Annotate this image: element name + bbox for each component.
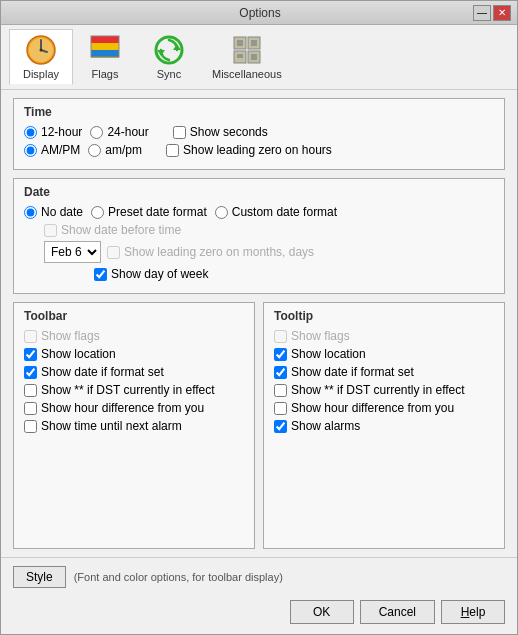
toolbar-show-next-alarm-check[interactable] [24, 420, 37, 433]
time-ampm-row: AM/PM am/pm Show leading zero on hours [24, 143, 494, 157]
show-before-time-check[interactable] [44, 224, 57, 237]
hour-12-radio[interactable] [24, 126, 37, 139]
tooltip-show-location-check[interactable] [274, 348, 287, 361]
ampm-lower-radio[interactable] [88, 144, 101, 157]
tab-display-label: Display [23, 68, 59, 80]
custom-date-label[interactable]: Custom date format [215, 205, 337, 219]
toolbar-show-dst-check[interactable] [24, 384, 37, 397]
cancel-button[interactable]: Cancel [360, 600, 435, 624]
toolbar-show-flags-check[interactable] [24, 330, 37, 343]
date-section: Date No date Preset date format Custom d… [13, 178, 505, 294]
tooltip-show-date-row: Show date if format set [274, 365, 494, 379]
style-hint: (Font and color options, for toolbar dis… [74, 571, 505, 583]
tooltip-show-flags-row: Show flags [274, 329, 494, 343]
tooltip-show-hour-diff-row: Show hour difference from you [274, 401, 494, 415]
show-before-time-label[interactable]: Show date before time [44, 223, 181, 237]
tooltip-show-dst-label[interactable]: Show ** if DST currently in effect [274, 383, 465, 397]
show-seconds-label[interactable]: Show seconds [173, 125, 268, 139]
tooltip-show-location-label[interactable]: Show location [274, 347, 366, 361]
toolbar-section: Toolbar Show flags Show location [13, 302, 255, 549]
leading-zero-months-label[interactable]: Show leading zero on months, days [107, 245, 314, 259]
date-dropdown[interactable]: Feb 6 [44, 241, 101, 263]
tooltip-show-flags-check[interactable] [274, 330, 287, 343]
show-before-time-row: Show date before time [44, 223, 494, 237]
tooltip-show-hour-diff-check[interactable] [274, 402, 287, 415]
window-title: Options [47, 6, 473, 20]
tooltip-show-dst-row: Show ** if DST currently in effect [274, 383, 494, 397]
tooltip-section-title: Tooltip [274, 309, 494, 323]
show-day-of-week-check[interactable] [94, 268, 107, 281]
tab-flags[interactable]: Flags [73, 29, 137, 85]
hour-24-radio[interactable] [90, 126, 103, 139]
svg-rect-9 [91, 50, 119, 57]
toolbar-show-date-label[interactable]: Show date if format set [24, 365, 164, 379]
tooltip-show-date-check[interactable] [274, 366, 287, 379]
main-content: Time 12-hour 24-hour Show seconds [1, 90, 517, 557]
time-hour-row: 12-hour 24-hour Show seconds [24, 125, 494, 139]
preset-date-label[interactable]: Preset date format [91, 205, 207, 219]
tooltip-show-flags-label[interactable]: Show flags [274, 329, 350, 343]
preset-date-radio[interactable] [91, 206, 104, 219]
toolbar-show-dst-row: Show ** if DST currently in effect [24, 383, 244, 397]
show-day-of-week-label[interactable]: Show day of week [94, 267, 208, 281]
tooltip-show-dst-check[interactable] [274, 384, 287, 397]
ampm-lower-label[interactable]: am/pm [88, 143, 142, 157]
show-seconds-check[interactable] [173, 126, 186, 139]
leading-zero-months-check[interactable] [107, 246, 120, 259]
ampm-upper-label[interactable]: AM/PM [24, 143, 80, 157]
tab-sync[interactable]: Sync [137, 29, 201, 85]
toolbar-show-location-row: Show location [24, 347, 244, 361]
misc-icon [231, 34, 263, 66]
time-section-title: Time [24, 105, 494, 119]
ampm-upper-radio[interactable] [24, 144, 37, 157]
show-day-of-week-row: Show day of week [94, 267, 494, 281]
tooltip-show-hour-diff-label[interactable]: Show hour difference from you [274, 401, 454, 415]
no-date-label[interactable]: No date [24, 205, 83, 219]
toolbar-show-hour-diff-row: Show hour difference from you [24, 401, 244, 415]
no-date-radio[interactable] [24, 206, 37, 219]
close-button[interactable]: ✕ [493, 5, 511, 21]
tooltip-show-alarms-check[interactable] [274, 420, 287, 433]
svg-point-4 [40, 49, 43, 52]
toolbar-tooltip-sections: Toolbar Show flags Show location [13, 302, 505, 549]
hour-12-label[interactable]: 12-hour [24, 125, 82, 139]
toolbar-show-next-alarm-row: Show time until next alarm [24, 419, 244, 433]
show-leading-zero-label[interactable]: Show leading zero on hours [166, 143, 332, 157]
minimize-button[interactable]: — [473, 5, 491, 21]
toolbar-show-flags-label[interactable]: Show flags [24, 329, 100, 343]
toolbar-show-hour-diff-check[interactable] [24, 402, 37, 415]
tab-display[interactable]: Display [9, 29, 73, 85]
tab-toolbar: Display Flags Sync [1, 25, 517, 90]
ok-button[interactable]: OK [290, 600, 354, 624]
toolbar-show-date-row: Show date if format set [24, 365, 244, 379]
hour-24-label[interactable]: 24-hour [90, 125, 148, 139]
tooltip-show-alarms-row: Show alarms [274, 419, 494, 433]
toolbar-show-dst-label[interactable]: Show ** if DST currently in effect [24, 383, 215, 397]
tab-misc[interactable]: Miscellaneous [201, 29, 293, 85]
tab-flags-label: Flags [92, 68, 119, 80]
svg-rect-7 [91, 36, 119, 43]
tab-misc-label: Miscellaneous [212, 68, 282, 80]
tooltip-show-date-label[interactable]: Show date if format set [274, 365, 414, 379]
flags-icon [89, 34, 121, 66]
tab-sync-label: Sync [157, 68, 181, 80]
sync-icon [153, 34, 185, 66]
toolbar-show-next-alarm-label[interactable]: Show time until next alarm [24, 419, 182, 433]
toolbar-show-location-label[interactable]: Show location [24, 347, 116, 361]
date-section-title: Date [24, 185, 494, 199]
svg-rect-8 [91, 43, 119, 50]
title-bar: Options — ✕ [1, 1, 517, 25]
window-controls: — ✕ [473, 5, 511, 21]
show-leading-zero-check[interactable] [166, 144, 179, 157]
toolbar-section-title: Toolbar [24, 309, 244, 323]
toolbar-show-location-check[interactable] [24, 348, 37, 361]
tooltip-show-alarms-label[interactable]: Show alarms [274, 419, 360, 433]
custom-date-radio[interactable] [215, 206, 228, 219]
style-button[interactable]: Style [13, 566, 66, 588]
date-dropdown-row: Feb 6 Show leading zero on months, days [44, 241, 494, 263]
toolbar-show-hour-diff-label[interactable]: Show hour difference from you [24, 401, 204, 415]
toolbar-show-flags-row: Show flags [24, 329, 244, 343]
help-button[interactable]: Help [441, 600, 505, 624]
tooltip-show-location-row: Show location [274, 347, 494, 361]
toolbar-show-date-check[interactable] [24, 366, 37, 379]
